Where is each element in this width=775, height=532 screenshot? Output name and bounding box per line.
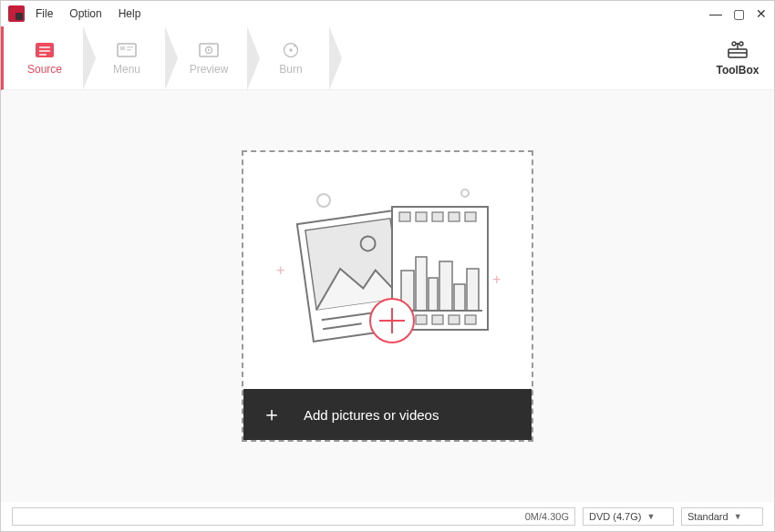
disc-usage-meter: 0M/4.30G bbox=[12, 507, 575, 526]
media-illustration-icon: + + bbox=[269, 184, 506, 357]
maximize-icon[interactable]: ▢ bbox=[733, 7, 745, 20]
close-icon[interactable]: ✕ bbox=[756, 7, 767, 20]
svg-point-20 bbox=[317, 194, 330, 207]
svg-rect-34 bbox=[465, 212, 476, 221]
svg-rect-43 bbox=[439, 261, 452, 311]
svg-rect-37 bbox=[432, 315, 443, 324]
step-bar: Source Menu Preview Burn ToolBox bbox=[1, 26, 774, 90]
step-menu-label: Menu bbox=[113, 63, 140, 76]
step-preview[interactable]: Preview bbox=[168, 26, 250, 89]
app-logo-icon bbox=[8, 5, 25, 22]
main-area: + + bbox=[1, 90, 774, 502]
dropzone-label: Add pictures or videos bbox=[304, 407, 439, 423]
svg-point-21 bbox=[461, 189, 469, 197]
menu-help[interactable]: Help bbox=[119, 7, 141, 20]
step-burn-label: Burn bbox=[279, 63, 302, 76]
svg-rect-6 bbox=[127, 46, 133, 48]
dropzone-action-bar: ＋ Add pictures or videos bbox=[243, 389, 532, 440]
svg-rect-5 bbox=[120, 46, 125, 50]
burn-icon bbox=[280, 41, 302, 59]
toolbox-button[interactable]: ToolBox bbox=[701, 26, 774, 89]
status-bar: 0M/4.30G DVD (4.7G) ▼ Standard ▼ bbox=[1, 502, 774, 531]
step-source-label: Source bbox=[27, 63, 62, 76]
svg-rect-7 bbox=[127, 49, 131, 51]
disc-type-value: DVD (4.7G) bbox=[589, 511, 641, 522]
svg-point-18 bbox=[739, 42, 743, 46]
svg-rect-36 bbox=[416, 315, 427, 324]
quality-value: Standard bbox=[687, 511, 728, 522]
step-burn[interactable]: Burn bbox=[250, 26, 332, 89]
svg-rect-30 bbox=[399, 212, 410, 221]
step-arrow-icon bbox=[166, 26, 179, 90]
add-media-dropzone[interactable]: + + bbox=[242, 150, 533, 442]
svg-text:+: + bbox=[492, 271, 501, 287]
step-arrow-icon bbox=[248, 26, 261, 90]
step-arrow-icon bbox=[330, 26, 343, 90]
menu-option[interactable]: Option bbox=[69, 7, 101, 20]
svg-rect-42 bbox=[429, 278, 438, 311]
svg-rect-38 bbox=[449, 315, 460, 324]
toolbox-label: ToolBox bbox=[716, 64, 759, 77]
step-preview-label: Preview bbox=[190, 63, 229, 76]
step-arrow-icon bbox=[84, 26, 97, 90]
source-icon bbox=[34, 41, 56, 59]
menu-bar: File Option Help bbox=[36, 7, 140, 20]
svg-rect-33 bbox=[449, 212, 460, 221]
minimize-icon[interactable]: — bbox=[709, 7, 722, 20]
chevron-down-icon: ▼ bbox=[646, 512, 655, 521]
menu-file[interactable]: File bbox=[36, 7, 53, 20]
step-source[interactable]: Source bbox=[4, 26, 86, 89]
svg-rect-41 bbox=[416, 257, 427, 311]
toolbox-icon bbox=[726, 40, 749, 60]
preview-icon bbox=[198, 41, 220, 59]
quality-dropdown[interactable]: Standard ▼ bbox=[681, 507, 763, 526]
svg-rect-31 bbox=[416, 212, 427, 221]
svg-point-17 bbox=[732, 42, 736, 46]
title-bar: File Option Help — ▢ ✕ bbox=[1, 1, 774, 26]
window-controls: — ▢ ✕ bbox=[709, 7, 767, 20]
menu-icon bbox=[116, 41, 138, 59]
plus-icon: ＋ bbox=[262, 404, 282, 425]
svg-marker-10 bbox=[208, 48, 211, 51]
svg-point-12 bbox=[289, 48, 292, 51]
svg-rect-32 bbox=[432, 212, 443, 221]
disc-type-dropdown[interactable]: DVD (4.7G) ▼ bbox=[583, 507, 674, 526]
chevron-down-icon: ▼ bbox=[734, 512, 742, 521]
svg-point-13 bbox=[294, 45, 295, 46]
svg-rect-39 bbox=[465, 315, 476, 324]
step-menu[interactable]: Menu bbox=[86, 26, 168, 89]
svg-text:+: + bbox=[276, 262, 284, 278]
svg-rect-44 bbox=[454, 284, 465, 311]
svg-rect-45 bbox=[467, 269, 479, 311]
disc-usage-text: 0M/4.30G bbox=[525, 511, 569, 522]
dropzone-illustration: + + bbox=[243, 152, 532, 389]
